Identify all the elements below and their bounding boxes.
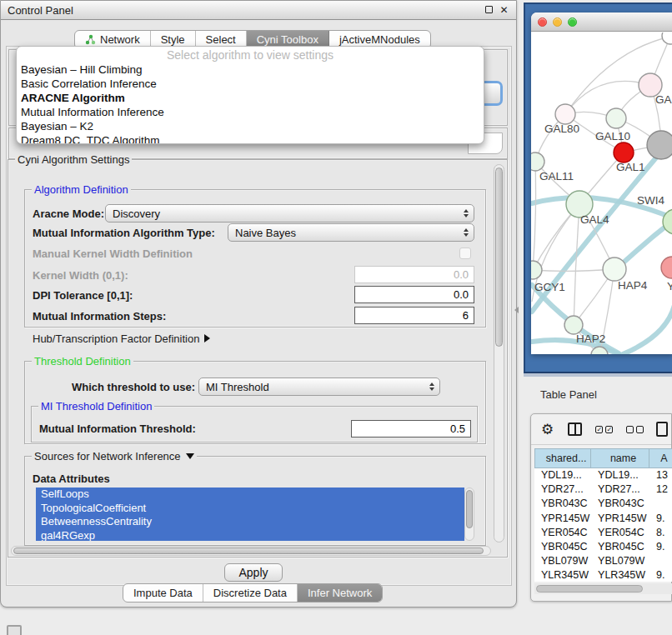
algorithm-option-dream8-dc-tdc-algorithm[interactable]: Dream8 DC_TDC Algorithm [17, 133, 484, 144]
network-node-hap4[interactable] [603, 258, 626, 281]
network-canvas[interactable]: GALGAL80GAL10GAL1GAL11GAL4SWI4GCY1HAP4YH… [531, 32, 672, 354]
aracne-mode-label: Aracne Mode: [33, 208, 104, 220]
mi-steps-label: Mutual Information Steps: [33, 310, 166, 322]
mi-threshold-field[interactable]: 0.5 [351, 420, 471, 438]
column-header-a[interactable]: A [649, 448, 672, 468]
network-icon [85, 34, 96, 45]
data-attributes-label: Data Attributes [33, 472, 110, 485]
node-label-swi4: SWI4 [637, 194, 664, 207]
columns-icon[interactable] [568, 422, 582, 436]
network-node-gcy1[interactable] [531, 261, 542, 279]
float-window-icon[interactable] [484, 5, 494, 16]
table-cell: YBR045C [591, 540, 649, 554]
table-cell: 13 [649, 468, 672, 482]
aracne-mode-combobox[interactable]: Discovery [105, 204, 474, 222]
table-cell: 12 [649, 482, 672, 497]
mi-steps-field[interactable]: 6 [354, 307, 474, 324]
apply-button[interactable]: Apply [224, 563, 283, 582]
attribute-item-gal4rgexp[interactable]: gal4RGexp [36, 529, 464, 542]
table-row[interactable]: YLR345WYLR345W9. [534, 568, 672, 582]
screen: Control Panel ✕ NetworkStyleSelectCyni T… [0, 0, 672, 635]
select-all-columns-icon[interactable]: ✓✓ [595, 426, 613, 433]
tab-label: Network [100, 33, 140, 46]
network-edge[interactable] [533, 269, 614, 271]
network-graph: GALGAL80GAL10GAL1GAL11GAL4SWI4GCY1HAP4YH… [531, 32, 672, 354]
dpi-tolerance-field[interactable]: 0.0 [354, 286, 474, 303]
table-cell: YBL079W [591, 554, 649, 568]
table-cell: YDL19... [591, 468, 649, 482]
algorithm-option-basic-correlation-inference[interactable]: Basic Correlation Inference [17, 77, 484, 91]
network-node[interactable] [662, 32, 672, 44]
combo-stepper-icon [429, 382, 434, 391]
manual-kernel-checkbox[interactable] [459, 248, 471, 259]
network-node-hap2[interactable] [564, 316, 583, 334]
which-threshold-combobox[interactable]: MI Threshold [198, 378, 440, 396]
settings-horizontal-scrollbar[interactable] [11, 546, 491, 556]
close-traffic-light-icon[interactable] [538, 18, 547, 27]
minimize-traffic-light-icon[interactable] [553, 18, 562, 27]
algorithm-option-mutual-information-inference[interactable]: Mutual Information Inference [17, 105, 484, 119]
table-row[interactable]: YBR045CYBR045C9. [534, 540, 672, 554]
attribute-item-betweennesscentrality[interactable]: BetweennessCentrality [36, 515, 464, 529]
table-cell: YBR043C [534, 497, 591, 511]
network-edge[interactable] [533, 162, 536, 270]
mi-threshold-label: Mutual Information Threshold: [39, 422, 196, 435]
list-scrollbar[interactable] [464, 488, 474, 541]
table-panel-title: Table Panel [540, 388, 597, 401]
split-pane-collapse-icon[interactable] [514, 307, 519, 313]
tab-impute-data[interactable]: Impute Data [123, 584, 203, 602]
zoom-traffic-light-icon[interactable] [568, 18, 577, 27]
table-row[interactable]: YBR043CYBR043C [534, 497, 672, 511]
minimized-frame-icon[interactable] [7, 625, 22, 635]
table-row[interactable]: YBL079WYBL079W [534, 554, 672, 568]
gear-icon[interactable]: ⚙ [541, 421, 554, 438]
settings-vertical-scrollbar[interactable] [494, 164, 504, 542]
network-node-gal10[interactable] [606, 108, 626, 128]
table-horizontal-scrollbar[interactable] [534, 583, 672, 594]
node-label-hap2: HAP2 [576, 332, 605, 345]
network-node-gal1[interactable] [614, 142, 634, 162]
column-header-name[interactable]: name [591, 448, 649, 468]
hub-definition-toggle[interactable]: Hub/Transcription Factor Definition [33, 332, 210, 345]
table-toolbar: ⚙ ✓✓ [531, 414, 671, 445]
kernel-width-field[interactable]: 0.0 [354, 266, 474, 283]
network-edge-thick[interactable] [623, 302, 672, 354]
table-row[interactable]: YPR145WYPR145W9. [534, 512, 672, 526]
table-row[interactable]: YDL19...YDL19...13 [534, 468, 672, 482]
attribute-item-selfloops[interactable]: SelfLoops [36, 488, 464, 502]
data-attributes-list: SelfLoopsTopologicalCoefficientBetweenne… [36, 488, 464, 541]
document-icon[interactable] [656, 422, 668, 437]
tab-label: jActiveMNodules [339, 33, 420, 46]
algorithm-option-bayesian-k2[interactable]: Bayesian – K2 [17, 119, 484, 133]
network-node[interactable] [647, 131, 672, 159]
table-cell: YBL079W [534, 554, 591, 568]
tab-discretize-data[interactable]: Discretize Data [203, 584, 298, 602]
sources-group-title[interactable]: Sources for Network Inference [32, 450, 197, 462]
expanded-arrow-icon [186, 453, 194, 459]
algorithm-option-aracne-algorithm[interactable]: ARACNE Algorithm [17, 91, 484, 105]
network-node-gal11[interactable] [531, 152, 544, 171]
node-label-gcy1: GCY1 [534, 281, 565, 293]
table-row[interactable]: YER054CYER054C8. [534, 526, 672, 540]
table-cell: 9. [649, 568, 672, 582]
node-table: shared...nameAYDL19...YDL19...13YDR27...… [534, 448, 672, 582]
mi-threshold-group-title: MI Threshold Definition [38, 400, 154, 412]
deselect-all-columns-icon[interactable] [626, 426, 644, 433]
network-edge[interactable] [574, 204, 579, 325]
node-label-y: Y [667, 280, 672, 292]
network-node-y[interactable] [661, 257, 672, 278]
tab-label: Cyni Toolbox [257, 33, 318, 46]
network-window-titlebar[interactable] [531, 12, 672, 32]
table-row[interactable]: YDR27...YDR27...12 [534, 482, 672, 497]
threshold-definition-title: Threshold Definition [32, 355, 133, 368]
tab-infer-network[interactable]: Infer Network [298, 584, 382, 602]
close-icon[interactable]: ✕ [499, 5, 509, 16]
network-node-gal80[interactable] [555, 104, 575, 124]
attribute-item-topologicalcoefficient[interactable]: TopologicalCoefficient [36, 502, 464, 516]
algorithm-option-bayesian-hill-climbing[interactable]: Bayesian – Hill Climbing [17, 62, 484, 77]
column-header-shared-[interactable]: shared... [534, 448, 591, 468]
node-label-gal1: GAL1 [616, 161, 645, 173]
table-cell: YER054C [534, 526, 591, 540]
bottom-tabbar: Impute DataDiscretize DataInfer Network [123, 583, 383, 602]
mi-type-combobox[interactable]: Naive Bayes [228, 223, 474, 242]
